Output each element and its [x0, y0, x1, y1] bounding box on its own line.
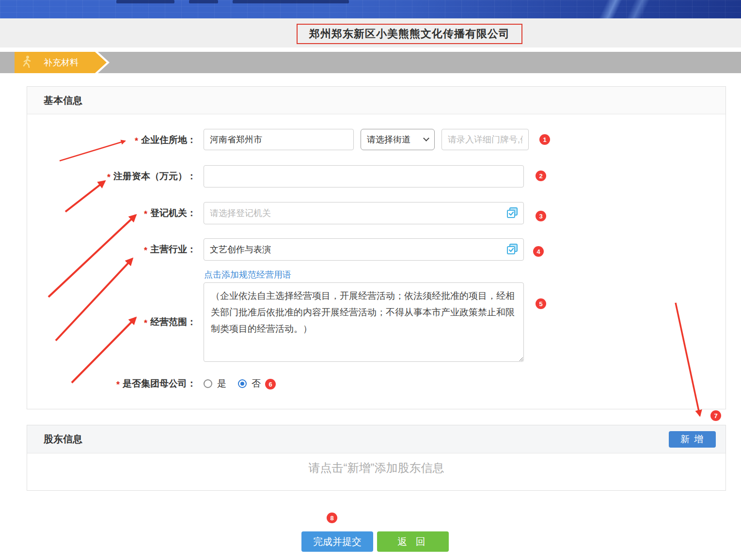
- step-tab-label: 补充材料: [44, 57, 79, 68]
- reg-authority-input[interactable]: [204, 202, 524, 224]
- radio-no[interactable]: [238, 379, 247, 388]
- business-scope-label: * 经营范围：: [27, 282, 196, 362]
- chevron-down-icon: [423, 135, 429, 141]
- add-shareholder-button[interactable]: 新 增: [669, 431, 716, 448]
- address-label: * 企业住所地：: [27, 129, 196, 151]
- company-name-box: 郑州郑东新区小美熊熊文化传播有限公司: [297, 24, 522, 44]
- required-mark: *: [135, 136, 138, 146]
- address-detail-input[interactable]: [441, 129, 529, 150]
- submit-button[interactable]: 完成并提交: [301, 531, 373, 552]
- add-standard-terms-link[interactable]: 点击添加规范经营用语: [204, 269, 291, 280]
- industry-label: * 主营行业：: [27, 238, 196, 261]
- radio-yes-label[interactable]: 是: [217, 377, 226, 390]
- walking-person-icon: [22, 55, 32, 70]
- step-bar: [0, 52, 741, 73]
- banner-cropped-text: [189, 0, 218, 3]
- required-mark: *: [116, 380, 120, 390]
- radio-no-label[interactable]: 否: [252, 377, 261, 390]
- company-name: 郑州郑东新区小美熊熊文化传播有限公司: [309, 27, 510, 41]
- basic-info-header: 基本信息: [27, 87, 725, 114]
- annotation-badge-3: 3: [536, 211, 546, 221]
- street-select[interactable]: 请选择街道: [361, 129, 435, 150]
- page: 郑州郑东新区小美熊熊文化传播有限公司 补充材料 基本信息 * 企业住所地： 请选…: [0, 0, 741, 560]
- shareholders-header: 股东信息 新 增: [27, 425, 725, 453]
- address-region-input[interactable]: [204, 129, 354, 150]
- annotation-badge-5: 5: [536, 298, 546, 309]
- industry-input[interactable]: [204, 238, 524, 261]
- banner-decoration: [557, 0, 674, 18]
- required-mark: *: [144, 246, 147, 256]
- street-select-value: 请选择街道: [367, 134, 410, 145]
- step-tab-supplementary[interactable]: 补充材料: [15, 52, 107, 73]
- basic-info-title: 基本信息: [44, 94, 82, 107]
- annotation-badge-7: 7: [710, 410, 721, 421]
- required-mark: *: [107, 172, 110, 183]
- group-parent-label: * 是否集团母公司：: [27, 377, 196, 390]
- banner-cropped-text: [233, 0, 349, 3]
- annotation-badge-1: 1: [539, 134, 550, 145]
- banner-cropped-logo: [116, 0, 174, 3]
- shareholders-panel: 股东信息 新 增: [27, 425, 726, 491]
- annotation-badge-4: 4: [533, 246, 544, 257]
- reg-authority-label: * 登记机关：: [27, 202, 196, 224]
- required-mark: *: [144, 209, 147, 219]
- back-button[interactable]: 返 回: [377, 531, 449, 552]
- shareholders-title: 股东信息: [44, 433, 82, 446]
- business-scope-textarea[interactable]: （企业依法自主选择经营项目，开展经营活动；依法须经批准的项目，经相关部门批准后依…: [204, 282, 524, 362]
- annotation-badge-8: 8: [327, 513, 337, 523]
- reg-capital-label: * 注册资本（万元）：: [27, 165, 196, 187]
- select-picker-icon[interactable]: [506, 243, 519, 256]
- annotation-badge-2: 2: [536, 171, 546, 181]
- shareholders-empty-hint: 请点击“新增”添加股东信息: [27, 460, 726, 476]
- annotation-badge-6: 6: [265, 379, 276, 389]
- group-parent-radio-group: 是 否: [204, 377, 268, 390]
- required-mark: *: [144, 318, 147, 328]
- radio-yes[interactable]: [204, 379, 212, 388]
- reg-capital-input[interactable]: [204, 165, 524, 187]
- select-picker-icon[interactable]: [506, 207, 519, 219]
